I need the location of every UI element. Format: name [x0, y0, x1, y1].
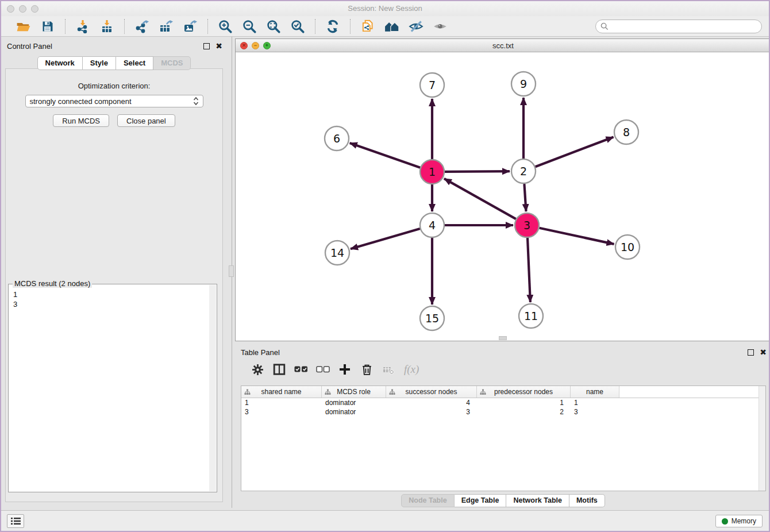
- cell-successor-nodes[interactable]: 4: [386, 399, 477, 407]
- tab-select[interactable]: Select: [116, 56, 153, 70]
- show-hidden-icon[interactable]: [432, 18, 449, 35]
- svg-text:11: 11: [524, 310, 538, 322]
- console-button[interactable]: [7, 514, 24, 528]
- zoom-fit-icon[interactable]: [265, 18, 282, 35]
- graph-node-6[interactable]: 6: [325, 126, 349, 151]
- first-neighbors-icon[interactable]: [383, 18, 401, 35]
- save-session-icon[interactable]: [39, 18, 56, 35]
- graph-node-14[interactable]: 14: [325, 241, 349, 265]
- column-header-shared-name[interactable]: shared name: [241, 386, 322, 398]
- graph-node-7[interactable]: 7: [420, 73, 444, 97]
- close-panel-icon[interactable]: ✖: [215, 43, 222, 49]
- table-row[interactable]: 3dominator323: [241, 407, 765, 417]
- edge-1-2[interactable]: [445, 171, 510, 172]
- apply-layout-icon[interactable]: [324, 18, 341, 35]
- splitter-grip[interactable]: [229, 265, 234, 277]
- table-scrollbar[interactable]: [759, 386, 765, 491]
- edge-3-10[interactable]: [540, 228, 614, 244]
- zoom-selected-icon[interactable]: [289, 18, 306, 35]
- function-builder-icon[interactable]: f(x): [404, 363, 419, 376]
- tab-node-table[interactable]: Node Table: [401, 494, 454, 507]
- cell-successor-nodes[interactable]: 3: [386, 408, 477, 416]
- memory-button[interactable]: Memory: [715, 515, 763, 527]
- search-box[interactable]: [595, 20, 762, 33]
- edge-2-3[interactable]: [524, 184, 526, 211]
- edge-4-14[interactable]: [351, 229, 420, 249]
- export-network-icon[interactable]: [133, 18, 151, 35]
- add-column-icon[interactable]: [337, 361, 353, 377]
- graph-node-1[interactable]: 1: [420, 160, 444, 184]
- criterion-value: strongly connected component: [30, 97, 132, 106]
- criterion-select[interactable]: strongly connected component: [25, 95, 203, 107]
- vertical-splitter[interactable]: [227, 37, 235, 508]
- zoom-out-icon[interactable]: [241, 18, 258, 35]
- memory-status-icon: [722, 518, 728, 525]
- tab-mcds[interactable]: MCDS: [153, 56, 191, 70]
- table-panel-header: Table Panel ✖: [235, 346, 767, 358]
- table-options-icon[interactable]: [249, 361, 265, 377]
- zoom-in-icon[interactable]: [217, 18, 234, 35]
- toolbar-separator: [207, 19, 208, 34]
- cell-predecessor-nodes[interactable]: 2: [477, 408, 571, 416]
- cell-predecessor-nodes[interactable]: 1: [477, 399, 571, 407]
- network-window-titlebar[interactable]: ✕ − + scc.txt: [236, 39, 770, 52]
- float-panel-icon[interactable]: [203, 43, 210, 49]
- mcds-result-text[interactable]: 1 3: [9, 286, 209, 492]
- edge-3-11[interactable]: [528, 238, 530, 302]
- duplicate-network-icon[interactable]: [359, 18, 376, 35]
- graph-node-10[interactable]: 10: [615, 235, 640, 259]
- close-table-panel-icon[interactable]: ✖: [760, 349, 767, 356]
- cell-mcds-role[interactable]: dominator: [322, 399, 386, 407]
- delete-columns-icon[interactable]: [359, 361, 375, 377]
- import-table-icon[interactable]: [98, 18, 116, 35]
- tab-network[interactable]: Network: [37, 56, 83, 70]
- cell-shared-name[interactable]: 3: [241, 408, 322, 416]
- select-all-icon[interactable]: [293, 361, 309, 377]
- cell-shared-name[interactable]: 1: [241, 399, 322, 407]
- optimization-criterion-label: Optimization criterion:: [6, 82, 222, 90]
- float-table-panel-icon[interactable]: [748, 349, 754, 356]
- graph-node-15[interactable]: 15: [420, 306, 444, 330]
- svg-text:3: 3: [523, 219, 530, 232]
- graph-node-8[interactable]: 8: [614, 120, 638, 144]
- run-mcds-button[interactable]: Run MCDS: [53, 114, 109, 127]
- mcds-result-box: MCDS result (2 nodes) 1 3: [8, 284, 217, 492]
- network-canvas[interactable]: 7968124314101511: [236, 52, 770, 341]
- graph-node-4[interactable]: 4: [420, 213, 444, 237]
- edge-1-6[interactable]: [350, 143, 421, 168]
- column-header-predecessor-nodes[interactable]: predecessor nodes: [477, 386, 571, 398]
- column-header-name[interactable]: name: [571, 386, 619, 398]
- graph-node-11[interactable]: 11: [519, 304, 543, 328]
- tab-style[interactable]: Style: [83, 56, 116, 70]
- tab-edge-table[interactable]: Edge Table: [455, 494, 507, 507]
- tab-motifs[interactable]: Motifs: [569, 494, 605, 507]
- export-table-icon[interactable]: [157, 18, 175, 35]
- edge-3-1[interactable]: [444, 179, 516, 219]
- control-panel-tabs: NetworkStyleSelectMCDS: [1, 56, 227, 70]
- column-header-successor-nodes[interactable]: successor nodes: [386, 386, 477, 398]
- hide-selected-icon[interactable]: [407, 18, 425, 35]
- network-resize-grip[interactable]: [499, 336, 507, 340]
- close-panel-button[interactable]: Close panel: [117, 114, 175, 127]
- column-header-mcds-role[interactable]: MCDS role: [322, 386, 386, 398]
- search-input[interactable]: [609, 22, 746, 31]
- table-row[interactable]: 1dominator411: [241, 398, 765, 407]
- cell-name[interactable]: 1: [571, 399, 619, 407]
- toggle-panels-icon[interactable]: [271, 361, 287, 377]
- cell-mcds-role[interactable]: dominator: [322, 408, 386, 416]
- edge-2-8[interactable]: [536, 137, 614, 167]
- table-tabs: Node TableEdge TableNetwork TableMotifs: [235, 494, 770, 507]
- export-image-icon[interactable]: [182, 18, 199, 35]
- open-session-icon[interactable]: [15, 18, 32, 35]
- delete-table-icon[interactable]: [380, 361, 396, 377]
- graph-node-9[interactable]: 9: [511, 72, 536, 96]
- result-scrollbar[interactable]: [209, 285, 216, 491]
- attribute-tree-icon: [389, 389, 395, 397]
- graph-node-3[interactable]: 3: [515, 213, 539, 237]
- graph-node-2[interactable]: 2: [511, 159, 536, 183]
- deselect-all-icon[interactable]: [315, 361, 331, 377]
- cell-name[interactable]: 3: [571, 408, 619, 416]
- attribute-tree-icon: [325, 389, 331, 397]
- tab-network-table[interactable]: Network Table: [506, 494, 569, 507]
- import-network-icon[interactable]: [74, 18, 91, 35]
